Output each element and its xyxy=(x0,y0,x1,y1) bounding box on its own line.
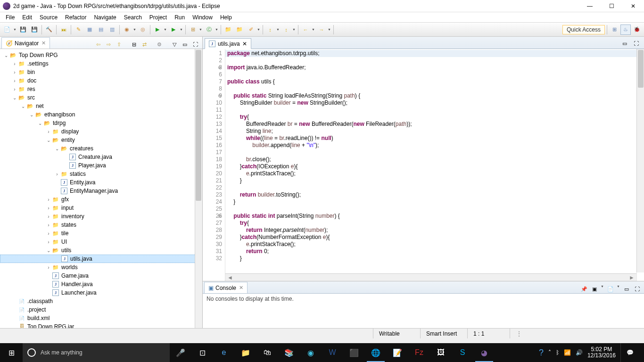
new-package-button[interactable]: ⊞ xyxy=(188,25,198,35)
link-editor-icon[interactable]: ⇄ xyxy=(140,40,149,49)
forward-button[interactable]: → xyxy=(316,25,327,35)
menu-refactor[interactable]: Refactor xyxy=(61,13,90,22)
tree-node[interactable]: ›📁doc xyxy=(0,76,202,85)
console-minimize-icon[interactable]: ▭ xyxy=(622,285,631,293)
tree-scrollbar[interactable] xyxy=(195,49,202,328)
build-button[interactable]: 🔨 xyxy=(44,25,54,35)
menu-project[interactable]: Project xyxy=(146,13,171,22)
perspective-open-button[interactable]: ⊞ xyxy=(609,25,619,35)
tree-node[interactable]: ⌄📂tdrpg xyxy=(0,119,202,127)
nav-fwd-icon[interactable]: ⇨ xyxy=(104,40,113,49)
menu-file[interactable]: File xyxy=(2,13,18,22)
editor-minimize-icon[interactable]: ▭ xyxy=(619,38,630,49)
menu-run[interactable]: Run xyxy=(171,13,189,22)
word-icon[interactable]: W xyxy=(322,343,343,362)
minimize-button[interactable]: — xyxy=(579,0,601,12)
search-button2[interactable]: ◎ xyxy=(138,25,148,35)
back-button[interactable]: ← xyxy=(300,25,311,35)
tree-node[interactable]: ⌄📂entity xyxy=(0,136,202,144)
view-menu-icon[interactable]: ▽ xyxy=(170,40,179,49)
tree-node[interactable]: ⌄📂net xyxy=(0,102,202,110)
get-help-icon[interactable]: ? xyxy=(539,348,544,358)
quick-access[interactable]: Quick Access xyxy=(562,25,605,34)
navigator-tab[interactable]: 🧭 Navigator ✕ xyxy=(1,37,50,49)
menu-window[interactable]: Window xyxy=(189,13,216,22)
tree-node[interactable]: JEntityManager.java xyxy=(0,187,202,195)
nav2-button[interactable]: ↕ xyxy=(281,25,291,35)
close-button[interactable]: ✕ xyxy=(622,0,644,12)
nav-back-icon[interactable]: ⇦ xyxy=(94,40,102,49)
tree-node[interactable]: ›📁display xyxy=(0,127,202,136)
minecraft-icon[interactable]: ⬛ xyxy=(343,343,365,362)
save-button[interactable]: 💾 xyxy=(18,25,28,35)
tree-node[interactable]: ›📁input xyxy=(0,204,202,212)
close-icon[interactable]: ✕ xyxy=(41,40,46,46)
task-view-icon[interactable]: ⊡ xyxy=(191,343,213,362)
tree-node[interactable]: ⌄📂utils xyxy=(0,246,202,255)
filezilla-icon[interactable]: Fz xyxy=(408,343,430,362)
tree-node[interactable]: JCreature.java xyxy=(0,153,202,161)
mic-icon[interactable]: 🎤 xyxy=(170,343,191,362)
panel-maximize-icon[interactable]: ⛶ xyxy=(191,40,199,49)
edge-icon[interactable]: e xyxy=(213,343,235,362)
box2-button[interactable]: ▤ xyxy=(96,25,106,35)
start-button[interactable]: ⊞ xyxy=(0,343,23,362)
new-console-icon[interactable]: 📄 xyxy=(606,285,615,293)
box3-button[interactable]: ▥ xyxy=(107,25,117,35)
run-last-button[interactable]: ▶ xyxy=(168,25,179,35)
eclipse-taskbar-icon[interactable]: ◕ xyxy=(473,343,495,362)
tree-node[interactable]: ›📁worlds xyxy=(0,263,202,272)
tree-node[interactable]: JGame.java xyxy=(0,272,202,280)
notepad-icon[interactable]: 📝 xyxy=(387,343,408,362)
tree-node[interactable]: ›📁gfx xyxy=(0,195,202,204)
panel-minimize-icon[interactable]: ▭ xyxy=(181,40,189,49)
wand2-button[interactable]: ✐ xyxy=(246,25,256,35)
tree-node[interactable]: ⌄📂creatures xyxy=(0,144,202,153)
tree-node[interactable]: ›📁UI xyxy=(0,238,202,246)
open-folder-button[interactable]: 📁 xyxy=(223,25,233,35)
tree-node[interactable]: ›📁bin xyxy=(0,68,202,76)
editor-maximize-icon[interactable]: ⛶ xyxy=(631,38,641,49)
maximize-button[interactable]: ☐ xyxy=(601,0,622,12)
tree-node[interactable]: ›📁tile xyxy=(0,229,202,238)
menu-navigate[interactable]: Navigate xyxy=(90,13,120,22)
close-icon[interactable]: ✕ xyxy=(242,41,247,47)
open-folder2-button[interactable]: 📁 xyxy=(234,25,245,35)
menu-help[interactable]: Help xyxy=(216,13,236,22)
nav1-button[interactable]: ↕ xyxy=(265,25,275,35)
save-all-button[interactable]: 💾 xyxy=(29,25,40,35)
tree-node[interactable]: ⌄📂Top Down RPG xyxy=(0,51,202,59)
tree-node[interactable]: ⌄📂src xyxy=(0,93,202,102)
store-icon[interactable]: 🛍 xyxy=(256,343,278,362)
debug-perspective-button[interactable]: 🐞 xyxy=(632,25,642,35)
app-icon-misc[interactable]: 🖼 xyxy=(430,343,452,362)
bluetooth-icon[interactable]: ᛒ xyxy=(556,349,559,356)
collapse-all-icon[interactable]: ⊟ xyxy=(130,40,138,49)
tree-node[interactable]: JPlayer.java xyxy=(0,161,202,170)
tree-node[interactable]: 📄.classpath xyxy=(0,297,202,305)
console-tab[interactable]: ▣ Console ✕ xyxy=(204,282,248,293)
editor-horizontal-scrollbar[interactable]: ◄► xyxy=(225,273,636,281)
winrar-icon[interactable]: 📚 xyxy=(278,343,300,362)
skype-icon[interactable]: S xyxy=(452,343,473,362)
action-center-icon[interactable]: 💬 xyxy=(620,343,639,362)
project-tree[interactable]: ⌄📂Top Down RPG›📁.settings›📁bin›📁doc›📁res… xyxy=(0,49,202,328)
system-clock[interactable]: 5:02 PM 12/13/2016 xyxy=(587,346,616,359)
tree-node[interactable]: Jutils.java xyxy=(0,255,202,263)
volume-icon[interactable]: 🔊 xyxy=(576,349,583,356)
tree-node[interactable]: JEntity.java xyxy=(0,178,202,187)
box1-button[interactable]: ▦ xyxy=(84,25,95,35)
display-console-icon[interactable]: ▣ xyxy=(590,285,599,293)
nav-up-icon[interactable]: ⇧ xyxy=(115,40,123,49)
menu-search[interactable]: Search xyxy=(120,13,146,22)
pin-console-icon[interactable]: 📌 xyxy=(580,285,588,293)
tree-node[interactable]: 📄.project xyxy=(0,305,202,314)
tree-node[interactable]: JLauncher.java xyxy=(0,288,202,297)
open-type-button[interactable]: ◉ xyxy=(122,25,132,35)
tree-node[interactable]: ›📁.settings xyxy=(0,59,202,68)
run-button[interactable]: ▶ xyxy=(152,25,163,35)
new-class-button[interactable]: Ⓒ xyxy=(204,25,214,35)
close-icon[interactable]: ✕ xyxy=(239,285,243,291)
tree-node[interactable]: 🗄Top Down RPG.jar xyxy=(0,322,202,328)
tree-node[interactable]: 📄build.xml xyxy=(0,314,202,322)
